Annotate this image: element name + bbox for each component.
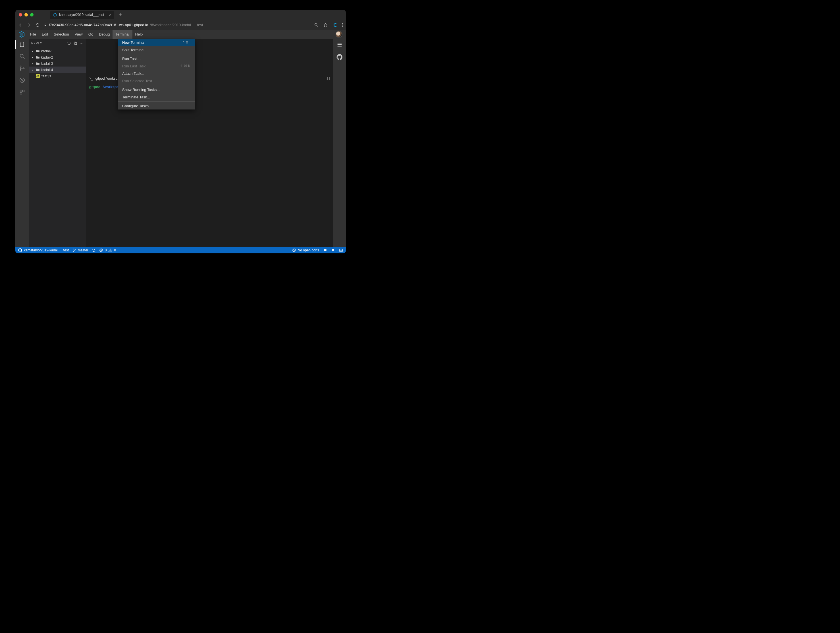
menu-separator — [118, 54, 195, 54]
menu-item-configure-tasks[interactable]: Configure Tasks... — [118, 102, 195, 109]
minimize-window-button[interactable] — [24, 13, 28, 16]
url-path: /#/workspace/2019-kadai___test — [150, 23, 203, 27]
svg-point-31 — [337, 46, 337, 47]
folder-icon — [36, 68, 40, 71]
search-icon[interactable] — [19, 53, 25, 60]
svg-marker-8 — [20, 33, 23, 36]
svg-point-9 — [20, 54, 23, 57]
folder-icon — [36, 49, 40, 52]
new-tab-button[interactable]: + — [119, 12, 122, 18]
svg-point-11 — [20, 66, 21, 67]
status-ports[interactable]: No open ports — [292, 248, 319, 252]
menu-item-new-terminal[interactable]: New Terminal^ ⇧ ` — [118, 39, 195, 46]
svg-point-21 — [80, 43, 81, 44]
feedback-icon[interactable] — [323, 248, 327, 252]
menu-item-show-running-tasks[interactable]: Show Running Tasks... — [118, 86, 195, 93]
folder-kadai-2[interactable]: ▸kadai-2 — [29, 54, 86, 60]
svg-rect-1 — [44, 25, 46, 26]
folder-kadai-4[interactable]: ▸kadai-4 — [29, 66, 86, 73]
browser-tab[interactable]: kamataryo/2019-kadai___test × — [50, 11, 114, 19]
branch-icon — [72, 248, 76, 252]
terminal-user: gitpod — [89, 85, 101, 89]
chevron-right-icon: ▸ — [32, 49, 35, 52]
svg-point-4 — [342, 23, 343, 24]
gitpod-extension-icon[interactable] — [332, 22, 337, 28]
traffic-lights — [19, 13, 33, 16]
warning-icon — [108, 248, 112, 252]
toolbar-right — [314, 22, 343, 28]
status-warnings: 0 — [114, 248, 116, 252]
explorer-sidebar: EXPLO… ▸kadai-1▸kadai-2▸kadai-3▸kadai-4J… — [29, 39, 86, 247]
source-control-icon[interactable] — [19, 65, 25, 72]
svg-line-10 — [23, 57, 25, 59]
layout-icon[interactable] — [339, 248, 343, 252]
address-bar[interactable]: f7c23430-90ec-42d5-aa4e-747ab9a49181.ws-… — [44, 23, 310, 27]
lock-icon — [44, 23, 47, 27]
svg-line-39 — [293, 249, 295, 252]
menu-file[interactable]: File — [27, 30, 39, 39]
folder-icon — [36, 62, 40, 65]
menu-item-attach-task[interactable]: Attach Task... — [118, 70, 195, 77]
forward-button[interactable] — [27, 23, 31, 27]
menu-go[interactable]: Go — [85, 30, 96, 39]
svg-point-33 — [73, 251, 73, 252]
chevron-right-icon: ▸ — [32, 56, 35, 59]
status-sync[interactable] — [92, 248, 96, 252]
user-avatar[interactable] — [336, 31, 343, 38]
sync-icon — [92, 248, 96, 252]
status-repo[interactable]: kamataryo/2019-kadai___test — [18, 248, 69, 252]
svg-point-34 — [75, 249, 75, 250]
folder-kadai-3[interactable]: ▸kadai-3 — [29, 60, 86, 66]
more-icon[interactable] — [80, 41, 84, 45]
browser-menu-icon[interactable] — [342, 23, 343, 27]
bell-icon[interactable] — [331, 248, 335, 252]
menu-item-run-task[interactable]: Run Task... — [118, 55, 195, 62]
close-tab-icon[interactable]: × — [109, 13, 111, 17]
chevron-right-icon: ▸ — [32, 62, 35, 65]
menu-separator — [118, 101, 195, 101]
maximize-window-button[interactable] — [30, 13, 33, 16]
svg-point-6 — [342, 26, 343, 27]
menu-edit[interactable]: Edit — [39, 30, 51, 39]
sidebar-header: EXPLO… — [29, 39, 86, 48]
status-repo-label: kamataryo/2019-kadai___test — [24, 248, 69, 252]
svg-point-12 — [20, 70, 21, 71]
split-terminal-icon[interactable] — [325, 76, 330, 81]
svg-point-37 — [110, 251, 111, 252]
status-bar: kamataryo/2019-kadai___test master 0 0 N… — [15, 247, 346, 253]
menu-help[interactable]: Help — [133, 30, 146, 39]
zoom-icon[interactable] — [314, 23, 319, 27]
ide-root: FileEditSelectionViewGoDebugTerminalHelp… — [15, 30, 346, 253]
menu-item-terminate-task[interactable]: Terminate Task... — [118, 93, 195, 101]
github-icon[interactable] — [336, 54, 343, 60]
gitpod-logo-icon — [18, 31, 25, 38]
url-host: f7c23430-90ec-42d5-aa4e-747ab9a49181.ws-… — [49, 23, 148, 27]
folder-kadai-1[interactable]: ▸kadai-1 — [29, 48, 86, 54]
menu-debug[interactable]: Debug — [96, 30, 112, 39]
menu-selection[interactable]: Selection — [51, 30, 72, 39]
refresh-icon[interactable] — [67, 41, 71, 45]
debug-icon[interactable] — [19, 77, 25, 84]
terminal-menu-dropdown: New Terminal^ ⇧ `Split TerminalRun Task.… — [118, 39, 195, 109]
status-branch[interactable]: master — [72, 248, 88, 252]
error-icon — [99, 248, 103, 252]
svg-point-29 — [337, 43, 337, 44]
status-errors: 0 — [105, 248, 107, 252]
sidebar-title: EXPLO… — [31, 41, 65, 45]
file-test-js[interactable]: JStest.js — [29, 73, 86, 79]
outline-icon[interactable] — [336, 41, 343, 48]
extensions-icon[interactable] — [19, 89, 25, 95]
bookmark-star-icon[interactable] — [323, 23, 328, 27]
status-problems[interactable]: 0 0 — [99, 248, 116, 252]
menu-terminal[interactable]: Terminal — [112, 30, 132, 39]
svg-point-13 — [23, 68, 24, 69]
back-button[interactable] — [18, 23, 23, 27]
browser-window: kamataryo/2019-kadai___test × + f7c23430… — [15, 9, 346, 253]
close-window-button[interactable] — [19, 13, 22, 16]
menu-view[interactable]: View — [72, 30, 85, 39]
svg-rect-18 — [20, 92, 22, 94]
reload-button[interactable] — [35, 23, 40, 27]
menu-item-split-terminal[interactable]: Split Terminal — [118, 46, 195, 54]
explorer-icon[interactable] — [19, 41, 25, 48]
collapse-all-icon[interactable] — [73, 41, 77, 45]
